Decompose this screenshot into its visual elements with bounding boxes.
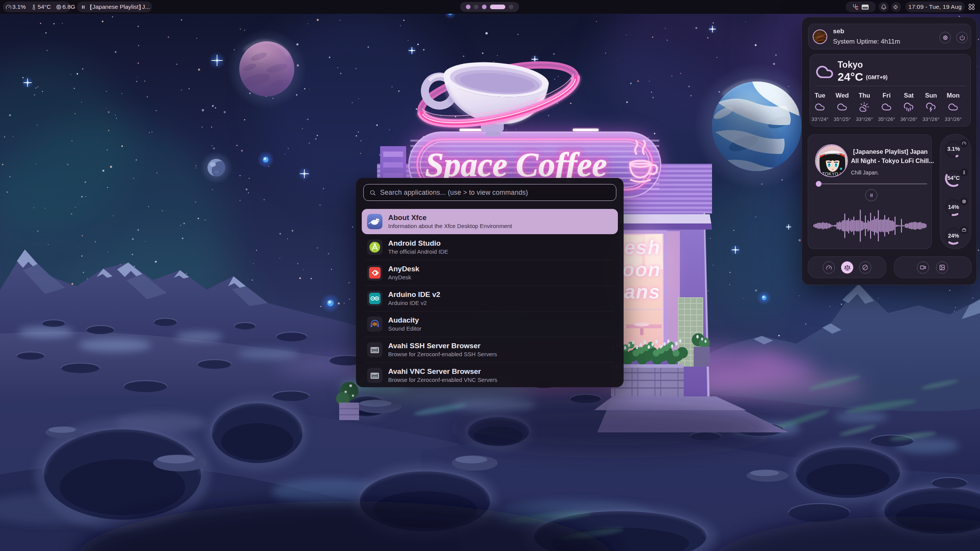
svg-text:TOKYO L: TOKYO L [822,171,842,177]
